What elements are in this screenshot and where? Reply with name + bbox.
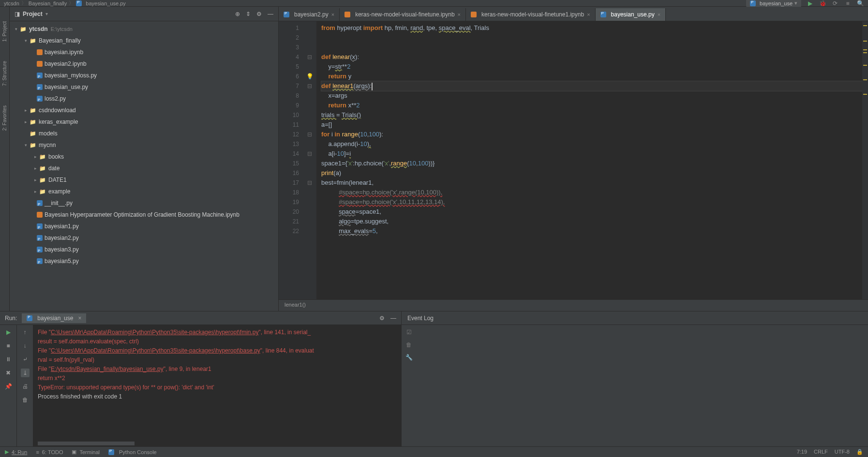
python-icon [108,449,114,455]
editor-tab-active[interactable]: bayesian_use.py× [596,8,666,21]
tree-toggle-icon[interactable]: ▾ [13,24,19,34]
pin-icon[interactable]: 📌 [4,382,13,391]
stop-icon[interactable]: ■ [4,341,13,350]
tree-file[interactable]: Bayesian Hyperparameter Optimization of … [10,209,278,221]
fold-icon[interactable]: ⊟ [303,149,316,159]
python-icon [37,258,43,264]
tree-toggle-icon[interactable]: ▸ [32,175,39,185]
python-icon [37,96,43,102]
sidebar-tab-favorites[interactable]: 2: Favorites [2,105,7,131]
tree-toggle-icon[interactable]: ▾ [22,36,29,45]
close-icon[interactable]: × [658,12,660,17]
tree-folder[interactable]: ▸DATE1 [10,174,278,186]
run-tab[interactable]: bayesian_use× [22,313,86,323]
tree-folder[interactable]: ▾Bayesian_finally [10,35,278,46]
tree-file[interactable]: bayesian3.py [10,244,278,255]
gear-icon[interactable]: ⚙ [256,11,262,17]
close-icon[interactable]: × [458,12,461,17]
bottom-tab-todo[interactable]: ≡6: TODO [36,449,63,455]
folder-icon [39,175,46,185]
tree-file[interactable]: bayesian_myloss.py [10,70,278,81]
tree-file[interactable]: bayesian.ipynb [10,46,278,58]
project-panel-header: ◨ Project ▾ ⊕ ⇕ ⚙ — [10,7,278,21]
tree-file[interactable]: bayesian2.ipynb [10,58,278,70]
tree-folder[interactable]: ▸date [10,162,278,174]
pause-icon[interactable]: ⏸ [4,355,13,364]
wrench-icon[interactable]: 🔧 [405,354,413,361]
code-editor[interactable]: from hyperopt import hp, fmin, rand, tpe… [316,21,862,299]
breadcrumb-part[interactable]: bayesian_use.py [86,0,126,6]
editor-tab[interactable]: keras-new-model-visual-finetune.ipynb× [340,8,466,21]
editor-tab[interactable]: bayesian2.py× [279,8,340,21]
rerun-icon[interactable]: ⟳ [831,0,839,7]
event-log-title: Event Log [407,315,434,322]
status-encoding[interactable]: UTF-8 [835,449,850,455]
scroll-icon[interactable]: ⤓ [21,369,30,377]
bottom-tab-terminal[interactable]: ▣Terminal [72,449,100,455]
sidebar-tab-structure[interactable]: 7: Structure [2,61,7,86]
trash-icon[interactable]: 🗑 [21,396,30,404]
hide-icon[interactable]: — [268,11,273,17]
tree-toggle-icon[interactable]: ▸ [32,163,39,173]
down-icon[interactable]: ↓ [21,341,30,350]
up-icon[interactable]: ↑ [21,328,30,337]
fold-icon[interactable]: ⊟ [303,178,316,188]
tree-toggle-icon[interactable]: ▸ [22,117,29,127]
editor-tab[interactable]: keras-new-model-visual-finetune1.ipynb× [466,8,596,21]
status-line-sep[interactable]: CRLF [814,449,828,455]
tree-toggle-icon[interactable]: ▾ [22,140,29,150]
status-position[interactable]: 7:19 [797,449,807,455]
breadcrumb-part[interactable]: Bayesian_finally [29,0,67,6]
exit-icon[interactable]: ✖ [4,369,13,377]
tree-folder[interactable]: ▾mycnn [10,139,278,151]
wrap-icon[interactable]: ⤶ [21,355,30,364]
trash-icon[interactable]: 🗑 [406,341,412,348]
tree-folder[interactable]: models [10,128,278,139]
close-icon[interactable]: × [587,12,590,17]
print-icon[interactable]: 🖨 [21,382,30,391]
bulb-icon[interactable]: 💡 [303,72,316,81]
breadcrumb-part[interactable]: ytcsdn [4,0,19,6]
bottom-tab-pyconsole[interactable]: Python Console [108,449,157,455]
run-icon[interactable]: ▶ [806,0,814,7]
bottom-tab-run[interactable]: ▶4: Run [5,449,27,455]
search-icon[interactable]: 🔍 [856,0,864,7]
horizontal-scrollbar[interactable] [38,442,135,445]
chevron-down-icon[interactable]: ▾ [45,11,48,16]
tree-root[interactable]: ▾ ytcsdn E:\ytcsdn [10,23,278,35]
hide-icon[interactable]: — [390,315,396,322]
tree-toggle-icon[interactable]: ▸ [32,152,39,162]
tree-file[interactable]: bayesian5.py [10,255,278,267]
console-output[interactable]: File "C:\Users\Mr\AppData\Roaming\Python… [33,325,401,446]
tree-file[interactable]: __init__.py [10,197,278,209]
debug-icon[interactable]: 🐞 [819,0,826,7]
run-config-selector[interactable]: bayesian_use ▾ [746,0,801,7]
tree-file[interactable]: bayesian1.py [10,221,278,232]
collapse-icon[interactable]: ⇕ [246,11,251,17]
error-stripe[interactable] [862,21,868,299]
gear-icon[interactable]: ⚙ [379,315,385,322]
tree-file[interactable]: loss2.py [10,93,278,104]
lock-icon[interactable]: 🔒 [856,449,863,455]
fold-icon[interactable]: ⊟ [303,52,316,62]
tree-folder[interactable]: ▸keras_example [10,116,278,128]
tree-file[interactable]: bayesian2.py [10,232,278,244]
status-bar: ▶4: Run ≡6: TODO ▣Terminal Python Consol… [0,446,868,457]
tree-toggle-icon[interactable]: ▸ [32,187,39,196]
fold-icon[interactable]: ⊟ [303,81,316,91]
close-icon[interactable]: × [78,315,81,322]
fold-icon[interactable]: ⊟ [303,130,316,139]
stop-icon[interactable]: ■ [844,0,852,7]
tree-file[interactable]: bayesian_use.py [10,81,278,93]
tree-folder[interactable]: ▸example [10,186,278,197]
folder-icon [39,163,46,173]
tree-folder[interactable]: ▸csdndownload [10,104,278,116]
close-icon[interactable]: × [331,12,334,17]
check-icon[interactable]: ☑ [406,329,412,336]
tree-folder[interactable]: ▸books [10,151,278,162]
tree-toggle-icon[interactable]: ▸ [22,105,29,115]
sidebar-tab-project[interactable]: 1: Project [2,21,7,42]
locate-icon[interactable]: ⊕ [235,11,240,17]
rerun-icon[interactable]: ▶ [4,328,13,337]
project-tree[interactable]: ▾ ytcsdn E:\ytcsdn ▾Bayesian_finally bay… [10,21,278,311]
